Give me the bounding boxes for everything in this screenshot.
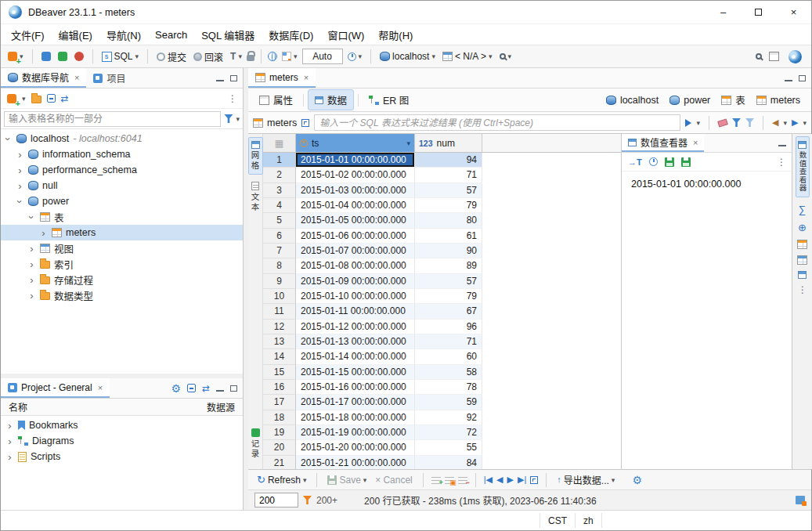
num-cell[interactable]: 92	[415, 410, 482, 425]
chevron-collapsed-icon[interactable]: ›	[27, 274, 36, 286]
last-row-icon[interactable]: ▶|	[518, 475, 526, 484]
menu-item[interactable]: 窗口(W)	[320, 27, 371, 42]
chevron-down-icon[interactable]: ▾	[363, 476, 367, 484]
row-number-cell[interactable]: 16	[263, 380, 296, 395]
grid-row[interactable]: 132015-01-13 00:00:00.00071	[263, 334, 621, 349]
ts-cell[interactable]: 2015-01-04 00:00:00.000	[296, 198, 415, 213]
filter-history-forward-icon[interactable]: ▶	[792, 118, 798, 127]
minimize-window-button[interactable]: –	[706, 1, 741, 23]
close-window-button[interactable]: ×	[776, 1, 811, 23]
commit-mode-select[interactable]	[302, 49, 343, 64]
ts-cell[interactable]: 2015-01-06 00:00:00.000	[296, 229, 415, 244]
fetch-size-input[interactable]	[254, 493, 298, 508]
ts-cell[interactable]: 2015-01-02 00:00:00.000	[296, 168, 415, 182]
gear-icon[interactable]: ⚙	[171, 383, 181, 394]
column-name-header[interactable]: 名称	[9, 400, 27, 414]
datetime-format-icon[interactable]	[649, 157, 658, 166]
minimize-panel-icon[interactable]	[216, 80, 224, 81]
collapse-all-icon[interactable]	[47, 94, 56, 103]
word-wrap-icon[interactable]: →T	[628, 157, 642, 167]
panel-switch-icon[interactable]	[796, 496, 805, 504]
menu-item[interactable]: 编辑(E)	[52, 27, 99, 42]
references-panel-icon[interactable]	[798, 271, 807, 279]
data-search-button[interactable]: ▾	[497, 51, 514, 62]
grid-corner-cell[interactable]: ▦	[263, 134, 296, 152]
ts-cell[interactable]: 2015-01-13 00:00:00.000	[296, 334, 415, 349]
ts-cell[interactable]: 2015-01-01 00:00:00.000	[296, 153, 415, 168]
row-number-cell[interactable]: 8	[263, 258, 296, 273]
num-cell[interactable]: 57	[415, 274, 482, 289]
chevron-down-icon[interactable]: ▾	[294, 52, 298, 60]
chevron-down-icon[interactable]: ▾	[359, 52, 363, 60]
presentation-tab-网格[interactable]: 网格	[248, 137, 263, 175]
ts-cell[interactable]: 2015-01-15 00:00:00.000	[296, 365, 415, 380]
presentation-tab-记录[interactable]: 记录	[248, 424, 263, 463]
num-cell[interactable]: 67	[415, 304, 482, 319]
grid-row[interactable]: 72015-01-07 00:00:00.00090	[263, 244, 621, 258]
grid-row[interactable]: 22015-01-02 00:00:00.00071	[263, 168, 621, 182]
row-number-cell[interactable]: 1	[263, 153, 296, 168]
tree-item[interactable]: ›null	[1, 178, 243, 193]
breadcrumb-item-power[interactable]: power	[669, 95, 710, 106]
chevron-down-icon[interactable]: ▾	[489, 52, 493, 60]
presentation-tab-文本[interactable]: 文本	[248, 178, 263, 216]
menu-item[interactable]: SQL 编辑器	[194, 27, 262, 42]
dbeaver-logo[interactable]	[789, 50, 802, 63]
grid-row[interactable]: 92015-01-09 00:00:00.00057	[263, 274, 621, 289]
menu-item[interactable]: 导航(N)	[99, 27, 148, 42]
chevron-down-icon[interactable]: ▾	[238, 52, 242, 60]
ts-cell[interactable]: 2015-01-11 00:00:00.000	[296, 304, 415, 319]
breadcrumb-item-meters[interactable]: meters	[756, 95, 800, 106]
num-cell[interactable]: 60	[415, 349, 482, 364]
row-number-cell[interactable]: 13	[263, 334, 296, 349]
num-cell[interactable]: 94	[415, 153, 482, 168]
fetch-filter-icon[interactable]	[303, 496, 312, 504]
delete-row-icon[interactable]: −	[458, 475, 467, 484]
tree-item[interactable]: ›视图	[1, 240, 243, 256]
row-number-cell[interactable]: 12	[263, 320, 296, 334]
tree-item[interactable]: ›meters	[1, 225, 243, 240]
chevron-expanded-icon[interactable]: ›	[26, 213, 38, 222]
num-cell[interactable]: 57	[415, 183, 482, 198]
close-tab-icon[interactable]: ×	[693, 138, 698, 147]
chevron-collapsed-icon[interactable]: ›	[27, 243, 36, 255]
tab-data[interactable]: 数据	[308, 89, 354, 110]
menu-item[interactable]: 帮助(H)	[371, 27, 420, 42]
grid-row[interactable]: 202015-01-20 00:00:00.00055	[263, 440, 621, 455]
row-number-cell[interactable]: 18	[263, 410, 296, 425]
link-with-editor-icon[interactable]: ⇄	[61, 94, 69, 103]
chevron-collapsed-icon[interactable]: ›	[16, 149, 24, 161]
row-number-cell[interactable]: 2	[263, 168, 296, 182]
chevron-collapsed-icon[interactable]: ›	[5, 420, 14, 432]
chevron-down-icon[interactable]: ▾	[303, 476, 307, 484]
timezone-indicator[interactable]: CST	[540, 513, 576, 528]
column-header-num[interactable]: 123 num	[415, 134, 482, 152]
filter-icon[interactable]	[224, 114, 233, 123]
fetch-page-icon[interactable]	[530, 476, 538, 484]
menu-item[interactable]: 文件(F)	[4, 27, 52, 42]
new-connection-button[interactable]: ▾	[5, 50, 26, 63]
row-number-cell[interactable]: 17	[263, 395, 296, 410]
first-row-icon[interactable]: |◀	[484, 475, 493, 484]
ts-cell[interactable]: 2015-01-03 00:00:00.000	[296, 183, 415, 198]
save-value-as-icon[interactable]	[681, 157, 691, 167]
num-cell[interactable]: 84	[415, 456, 482, 469]
chevron-collapsed-icon[interactable]: ›	[5, 435, 14, 447]
row-number-cell[interactable]: 20	[263, 440, 296, 455]
grid-row[interactable]: 42015-01-04 00:00:00.00079	[263, 198, 621, 213]
apply-filter-icon[interactable]	[685, 119, 691, 127]
chevron-down-icon[interactable]: ▾	[431, 52, 435, 60]
save-value-icon[interactable]	[665, 157, 674, 167]
chevron-down-icon[interactable]: ▾	[696, 119, 700, 127]
value-menu-icon[interactable]: ⋮	[777, 157, 785, 167]
next-row-icon[interactable]: ▶	[507, 475, 514, 484]
tree-item[interactable]: ›数据类型	[1, 287, 243, 303]
num-cell[interactable]: 79	[415, 289, 482, 304]
reconnect-button[interactable]	[56, 50, 70, 63]
maximize-panel-icon[interactable]	[230, 385, 237, 392]
breadcrumb-item-localhost[interactable]: localhost	[606, 95, 659, 106]
chevron-down-icon[interactable]: ▾	[803, 119, 807, 127]
close-tab-icon[interactable]: ×	[98, 383, 103, 392]
row-number-cell[interactable]: 10	[263, 289, 296, 304]
chevron-expanded-icon[interactable]: ›	[14, 197, 26, 206]
